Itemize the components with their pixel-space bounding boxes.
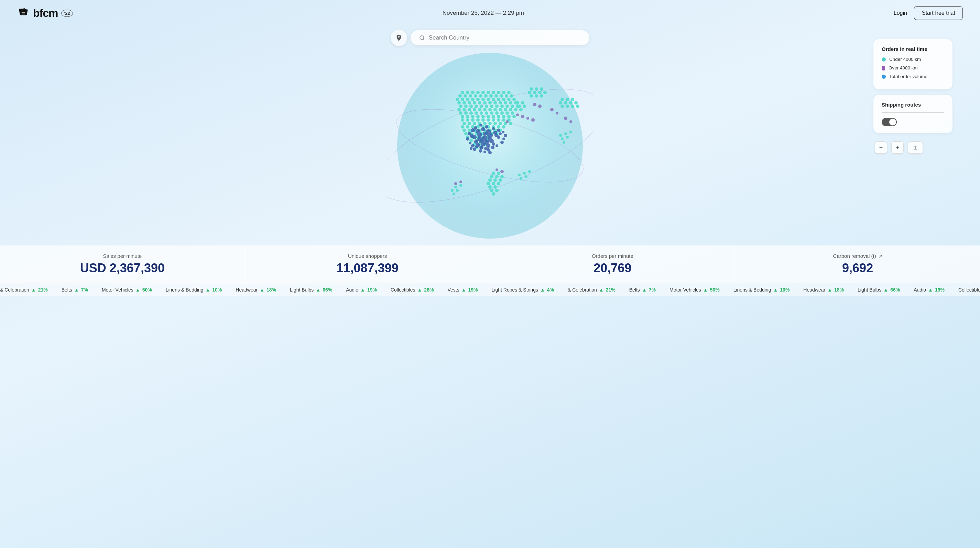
svg-point-53 — [464, 105, 468, 108]
svg-point-238 — [497, 135, 500, 139]
svg-point-127 — [463, 129, 466, 132]
svg-point-78 — [469, 111, 473, 115]
shipping-toggle[interactable] — [881, 118, 897, 126]
location-icon — [395, 34, 402, 41]
rotate-icon: ↻⃝ — [914, 145, 917, 151]
svg-point-45 — [483, 101, 487, 105]
svg-point-164 — [528, 91, 531, 94]
svg-point-75 — [514, 108, 517, 111]
svg-point-169 — [535, 94, 538, 98]
ticker-item: Linens & Bedding▲10% — [166, 287, 222, 292]
svg-point-249 — [474, 126, 477, 130]
svg-point-17 — [458, 94, 462, 98]
svg-point-13 — [492, 91, 495, 94]
svg-point-125 — [497, 125, 500, 129]
svg-point-259 — [471, 144, 474, 148]
svg-point-48 — [499, 101, 502, 105]
svg-point-274 — [500, 170, 504, 173]
ticker-item: Light Bulbs▲66% — [858, 287, 900, 292]
svg-point-115 — [499, 122, 502, 125]
svg-point-31 — [471, 98, 474, 101]
start-trial-button[interactable]: Start free trial — [914, 6, 963, 20]
svg-point-216 — [481, 127, 485, 131]
svg-point-85 — [506, 111, 509, 115]
svg-point-46 — [488, 101, 492, 105]
svg-point-114 — [493, 122, 497, 125]
zoom-out-button[interactable]: − — [875, 141, 887, 154]
search-icon — [419, 34, 425, 41]
svg-point-94 — [497, 115, 500, 118]
svg-point-62 — [511, 105, 514, 108]
login-button[interactable]: Login — [894, 10, 907, 16]
svg-point-159 — [523, 105, 526, 108]
svg-point-194 — [493, 185, 497, 189]
svg-point-91 — [481, 115, 485, 118]
svg-point-72 — [499, 108, 502, 111]
logo-area: bfcm '22 — [17, 7, 73, 20]
svg-point-109 — [468, 122, 471, 125]
svg-point-273 — [495, 168, 498, 171]
svg-rect-0 — [22, 13, 25, 13]
svg-point-70 — [488, 108, 492, 111]
svg-point-182 — [492, 172, 495, 175]
svg-point-252 — [492, 127, 495, 130]
svg-point-36 — [497, 98, 500, 101]
svg-point-219 — [483, 132, 487, 136]
svg-point-19 — [469, 94, 472, 98]
globe-container: Orders in real time Under 4000 km Over 4… — [0, 39, 980, 245]
svg-point-10 — [476, 91, 480, 94]
svg-point-38 — [507, 98, 511, 101]
svg-point-258 — [469, 141, 471, 145]
svg-point-191 — [492, 182, 495, 185]
svg-point-211 — [561, 138, 563, 140]
svg-point-275 — [454, 182, 457, 185]
svg-point-190 — [487, 182, 490, 185]
svg-point-270 — [527, 117, 529, 120]
svg-point-7 — [461, 91, 464, 94]
ticker-inner: & Celebration▲21%Belts▲7%Motor Vehicles▲… — [0, 287, 980, 292]
svg-point-205 — [528, 170, 531, 173]
svg-point-28 — [456, 98, 459, 101]
svg-point-266 — [564, 116, 567, 120]
svg-point-176 — [569, 101, 573, 105]
location-button[interactable] — [391, 30, 407, 46]
orders-label: Orders per minute — [504, 253, 721, 259]
external-link-icon[interactable]: ↗ — [878, 253, 882, 259]
ticker-item: Belts▲7% — [62, 287, 88, 292]
svg-point-14 — [497, 91, 500, 94]
svg-point-2 — [420, 36, 424, 40]
svg-point-60 — [500, 105, 504, 108]
svg-point-113 — [488, 122, 492, 125]
svg-point-206 — [520, 177, 522, 180]
svg-point-183 — [497, 172, 500, 175]
svg-point-96 — [507, 115, 511, 118]
svg-point-207 — [525, 175, 528, 178]
svg-point-34 — [487, 98, 490, 101]
globe-rotate-button[interactable]: ↻⃝ — [908, 141, 923, 154]
ticker: & Celebration▲21%Belts▲7%Motor Vehicles▲… — [0, 283, 980, 296]
zoom-in-button[interactable]: + — [891, 141, 904, 154]
svg-point-110 — [473, 122, 476, 125]
svg-point-99 — [466, 118, 469, 122]
stat-sales-per-minute: Sales per minute USD 2,367,390 — [0, 245, 245, 283]
svg-point-104 — [492, 118, 495, 122]
stat-carbon-removal: Carbon removal (t) ↗ 9,692 — [735, 245, 980, 283]
svg-point-37 — [502, 98, 506, 101]
svg-point-18 — [463, 94, 467, 98]
svg-point-117 — [509, 122, 512, 125]
svg-point-92 — [487, 115, 490, 118]
svg-point-128 — [468, 129, 471, 132]
svg-point-201 — [456, 189, 459, 192]
ticker-item: Motor Vehicles▲50% — [670, 287, 720, 292]
svg-point-98 — [461, 118, 464, 122]
svg-point-100 — [471, 118, 474, 122]
svg-point-52 — [459, 105, 463, 108]
plus-icon: + — [896, 144, 899, 151]
svg-point-79 — [474, 111, 478, 115]
search-input[interactable] — [429, 34, 581, 41]
svg-point-269 — [521, 115, 524, 118]
svg-point-23 — [489, 94, 493, 98]
sales-value: USD 2,367,390 — [14, 261, 231, 275]
ticker-item: Headwear▲18% — [235, 287, 276, 292]
svg-point-203 — [518, 174, 520, 176]
